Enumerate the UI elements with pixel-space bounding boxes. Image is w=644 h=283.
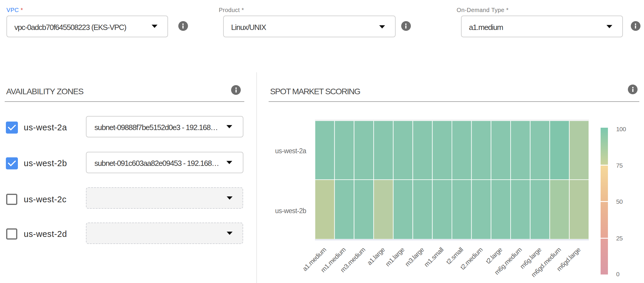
svg-text:25: 25 (616, 235, 623, 242)
svg-text:0: 0 (616, 271, 619, 277)
svg-text:100: 100 (616, 126, 626, 132)
svg-text:t2.small: t2.small (445, 246, 464, 266)
svg-text:m3.large: m3.large (404, 246, 426, 268)
svg-text:us-west-2a: us-west-2a (275, 147, 306, 155)
svg-text:75: 75 (616, 162, 623, 169)
svg-text:m1.large: m1.large (384, 246, 406, 268)
svg-text:m1.small: m1.small (423, 246, 445, 268)
svg-text:t2.large: t2.large (484, 246, 504, 265)
svg-text:50: 50 (616, 198, 623, 205)
svg-text:us-west-2b: us-west-2b (275, 207, 306, 215)
svg-text:a1.large: a1.large (366, 246, 386, 267)
